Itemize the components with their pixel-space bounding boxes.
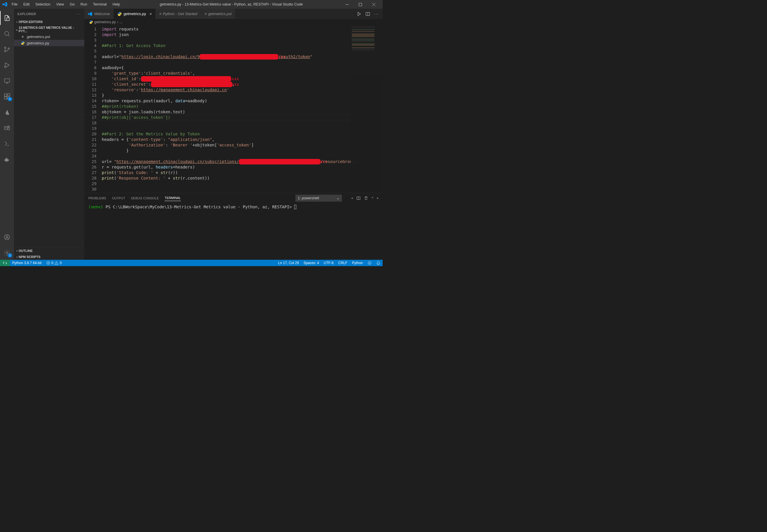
section-open-editors[interactable]: ›OPEN EDITORS (14, 19, 84, 24)
status-encoding[interactable]: UTF-8 (321, 260, 336, 266)
status-eol[interactable]: CRLF (336, 260, 349, 266)
editor-area: Welcome getmetrics.py × ≡ Python - Get S… (84, 9, 382, 260)
activity-powershell[interactable] (0, 137, 14, 151)
menu-help[interactable]: Help (110, 1, 122, 8)
status-python-version[interactable]: Python 3.8.7 64-bit (10, 260, 44, 266)
panel-tab-output[interactable]: OUTPUT (112, 195, 125, 201)
chevron-right-icon: › (15, 255, 19, 259)
python-file-icon (117, 12, 122, 16)
text-file-icon: ≡ (20, 34, 25, 39)
menu-file[interactable]: File (9, 1, 20, 8)
close-button[interactable] (367, 0, 380, 9)
activity-run-debug[interactable] (0, 58, 14, 72)
activity-azure[interactable] (0, 105, 14, 119)
svg-rect-8 (4, 79, 10, 82)
close-panel-icon[interactable]: × (377, 196, 378, 200)
line-gutter: 1234567891011121314151617181920212223242… (84, 25, 102, 193)
svg-point-21 (368, 261, 371, 265)
menu-view[interactable]: View (54, 1, 66, 8)
status-language[interactable]: Python (350, 260, 365, 266)
status-notifications-icon[interactable] (374, 260, 382, 266)
svg-point-3 (5, 31, 9, 35)
minimap[interactable] (350, 25, 382, 193)
extensions-badge: 1 (8, 97, 12, 101)
chevron-right-icon: › (15, 20, 19, 24)
close-icon[interactable]: × (149, 12, 152, 16)
explorer-more-icon[interactable]: ··· (76, 12, 81, 16)
file-label: getmetrics.psl (27, 35, 50, 39)
svg-point-5 (5, 51, 6, 52)
menu-run[interactable]: Run (78, 1, 90, 8)
text-file-icon: ≡ (159, 12, 161, 16)
more-icon[interactable]: ··· (374, 12, 379, 16)
status-feedback-icon[interactable] (365, 260, 374, 266)
svg-point-23 (370, 263, 370, 263)
chevron-right-icon: › (15, 249, 19, 252)
activity-teams[interactable] (0, 121, 14, 135)
split-editor-icon[interactable] (365, 12, 370, 16)
tab-getmetrics-py[interactable]: getmetrics.py × (114, 9, 156, 19)
new-terminal-icon[interactable]: + (351, 196, 353, 200)
activity-remote-explorer[interactable] (0, 74, 14, 88)
activity-docker[interactable] (0, 152, 14, 166)
terminal-content[interactable]: (venv) PS C:\LBWorkSpace\MyCode\13-Metri… (84, 203, 382, 260)
svg-point-4 (5, 47, 6, 49)
activity-explorer[interactable] (0, 11, 14, 25)
svg-point-22 (369, 263, 369, 263)
activity-settings[interactable]: 1 (0, 246, 14, 260)
kill-terminal-icon[interactable] (364, 196, 368, 200)
section-npm-scripts[interactable]: ›NPM SCRIPTS (14, 255, 84, 259)
window-controls (340, 0, 380, 9)
activity-accounts[interactable] (0, 230, 14, 244)
minimize-button[interactable] (340, 0, 353, 9)
tab-welcome[interactable]: Welcome (84, 9, 114, 19)
file-label: getmetrics.py (27, 41, 49, 45)
svg-point-16 (6, 236, 8, 237)
run-icon[interactable] (357, 12, 361, 16)
code-content[interactable]: import requestsimport json ##Part 1: Get… (102, 25, 382, 193)
svg-rect-9 (4, 94, 7, 96)
status-bar: Python 3.8.7 64-bit 0 0 Ln 17, Col 29 Sp… (0, 260, 382, 266)
section-folder[interactable]: ⌄13-METRICS-GET METRICS VALUE - PYT... (14, 25, 84, 33)
status-indentation[interactable]: Spaces: 4 (301, 260, 321, 266)
file-item[interactable]: getmetrics.py (14, 40, 84, 46)
editor-tabs: Welcome getmetrics.py × ≡ Python - Get S… (84, 9, 382, 19)
activity-extensions[interactable]: 1 (0, 89, 14, 103)
chevron-down-icon: ⌄ (15, 28, 19, 31)
status-problems[interactable]: 0 0 (44, 260, 64, 266)
window-title: getmetrics.py - 13-Metrics-Get Metrics v… (122, 2, 340, 6)
breadcrumb[interactable]: getmetrics.py › ... (84, 19, 382, 25)
activity-bar: 1 1 (0, 9, 14, 260)
status-cursor-position[interactable]: Ln 17, Col 29 (276, 260, 301, 266)
panel-tab-debug-console[interactable]: DEBUG CONSOLE (131, 195, 159, 201)
svg-point-7 (4, 66, 6, 68)
explorer-title: EXPLORER (17, 12, 36, 16)
maximize-button[interactable] (353, 0, 367, 9)
maximize-panel-icon[interactable]: ^ (371, 196, 373, 200)
panel-tab-terminal[interactable]: TERMINAL (164, 195, 181, 201)
chevron-down-icon: ⌄ (336, 196, 339, 200)
code-editor[interactable]: 1234567891011121314151617181920212223242… (84, 25, 382, 193)
menu-go[interactable]: Go (67, 1, 77, 8)
activity-source-control[interactable] (0, 42, 14, 56)
svg-rect-10 (4, 97, 7, 99)
svg-point-17 (6, 252, 8, 254)
tab-getmetrics-psl[interactable]: ≡ getmetrics.psl (201, 9, 235, 19)
title-bar: File Edit Selection View Go Run Terminal… (0, 0, 382, 9)
text-file-icon: ≡ (205, 12, 207, 16)
section-outline[interactable]: ›OUTLINE (14, 248, 84, 253)
status-remote[interactable] (0, 260, 10, 266)
menu-terminal[interactable]: Terminal (91, 1, 109, 8)
svg-rect-1 (359, 3, 362, 6)
tab-python-get-started[interactable]: ≡ Python - Get Started (155, 9, 201, 19)
panel-tab-problems[interactable]: PROBLEMS (88, 195, 106, 201)
activity-search[interactable] (0, 27, 14, 41)
menu-edit[interactable]: Edit (21, 1, 32, 8)
file-item[interactable]: ≡ getmetrics.psl (14, 33, 84, 40)
terminal-cursor (294, 205, 296, 209)
split-terminal-icon[interactable] (356, 196, 360, 200)
bottom-panel: PROBLEMS OUTPUT DEBUG CONSOLE TERMINAL 1… (84, 193, 382, 260)
svg-rect-2 (7, 18, 9, 21)
menu-selection[interactable]: Selection (33, 1, 53, 8)
terminal-selector[interactable]: 1: powershell⌄ (295, 195, 342, 202)
